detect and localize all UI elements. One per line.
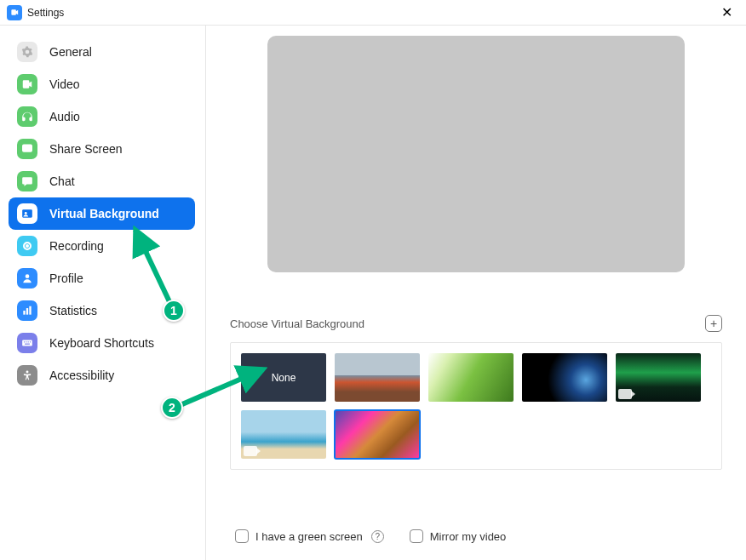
sidebar-item-accessibility[interactable]: Accessibility [9,359,195,391]
sidebar-item-recording[interactable]: Recording [9,230,195,262]
chat-icon [17,171,37,191]
svg-point-3 [26,274,30,278]
sidebar-item-share-screen[interactable]: Share Screen [9,133,195,165]
chooser-label: Choose Virtual Background [230,317,364,330]
video-icon [17,74,37,94]
record-icon [17,236,37,256]
sidebar: General Video Audio Share Screen Chat Vi… [0,26,206,560]
svg-point-2 [25,212,27,214]
sidebar-item-label: Keyboard Shortcuts [49,336,154,350]
checkbox-icon [235,529,249,543]
help-icon[interactable]: ? [371,530,384,543]
sidebar-item-keyboard-shortcuts[interactable]: Keyboard Shortcuts [9,327,195,359]
profile-icon [17,268,37,289]
app-icon [7,5,22,20]
sidebar-item-general[interactable]: General [9,36,195,68]
person-card-icon [17,203,37,224]
accessibility-icon [17,365,37,386]
background-beach[interactable] [241,410,326,459]
titlebar: Settings ✕ [0,0,746,26]
checkbox-label: Mirror my video [430,530,507,543]
sidebar-item-label: Accessibility [49,369,114,382]
svg-rect-12 [25,344,30,345]
background-earth[interactable] [522,353,607,402]
sidebar-item-label: Chat [49,174,75,188]
headphones-icon [17,106,37,127]
gear-icon [17,42,37,62]
sidebar-item-label: Virtual Background [49,207,159,220]
green-screen-checkbox[interactable]: I have a green screen ? [235,529,384,543]
stats-icon [17,300,37,321]
video-badge-icon [618,389,632,399]
sidebar-item-chat[interactable]: Chat [9,165,195,197]
video-preview [267,36,685,272]
svg-rect-10 [28,341,29,342]
close-icon[interactable]: ✕ [716,4,737,21]
checkbox-label: I have a green screen [255,530,363,543]
background-grid: None [230,342,722,470]
content: Choose Virtual Background + None I have … [206,26,746,560]
svg-rect-5 [26,308,28,315]
svg-point-13 [26,370,29,373]
sidebar-item-video[interactable]: Video [9,68,195,100]
sidebar-item-label: Audio [49,110,80,123]
sidebar-item-label: Share Screen [49,142,123,156]
checkbox-icon [410,529,423,543]
share-screen-icon [17,139,37,159]
sidebar-item-label: Recording [49,239,104,253]
sidebar-item-profile[interactable]: Profile [9,262,195,294]
background-tiger[interactable] [335,410,420,459]
sidebar-item-label: Profile [49,271,83,285]
svg-rect-9 [26,341,26,342]
svg-rect-8 [24,341,25,342]
keyboard-icon [17,333,37,353]
background-bridge[interactable] [335,353,420,402]
svg-rect-4 [23,311,25,315]
sidebar-item-label: Statistics [49,304,97,317]
svg-rect-6 [29,306,31,315]
mirror-video-checkbox[interactable]: Mirror my video [410,529,507,543]
sidebar-item-virtual-background[interactable]: Virtual Background [9,197,195,230]
svg-rect-7 [22,340,32,346]
sidebar-item-audio[interactable]: Audio [9,100,195,133]
sidebar-item-statistics[interactable]: Statistics [9,294,195,327]
window-title: Settings [27,7,64,19]
sidebar-item-label: Video [49,77,80,91]
video-badge-icon [244,446,257,456]
sidebar-item-label: General [49,45,92,59]
svg-rect-11 [30,341,31,342]
add-background-button[interactable]: + [705,315,722,332]
background-grass[interactable] [428,353,514,402]
background-none[interactable]: None [241,353,326,402]
background-aurora[interactable] [616,353,701,402]
